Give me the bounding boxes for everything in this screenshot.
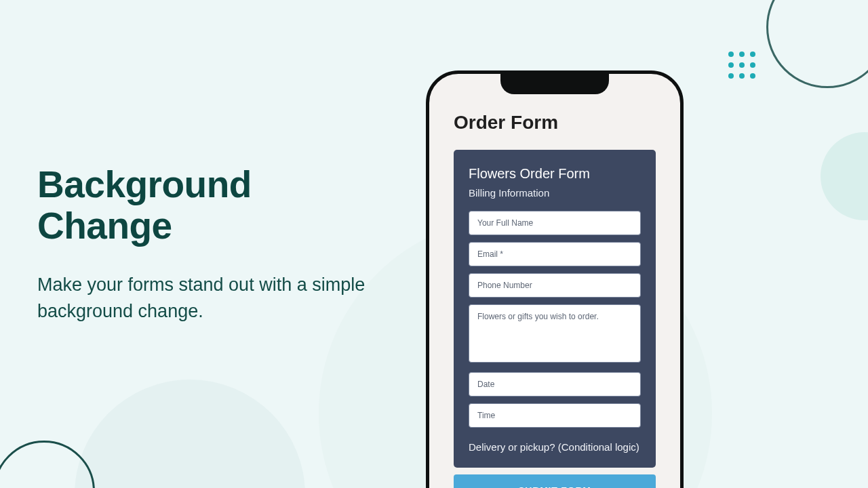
phone-mockup: Order Form Flowers Order Form Billing In… — [426, 70, 684, 488]
order-form-card: Flowers Order Form Billing Information D… — [454, 150, 656, 468]
hero-heading: Background Change — [37, 164, 390, 246]
hero-subtext: Make your forms stand out with a simple … — [37, 272, 390, 325]
decorative-dot-grid — [728, 52, 755, 79]
time-input[interactable] — [469, 403, 641, 428]
decorative-circle-mid-right — [821, 132, 868, 220]
conditional-logic-label: Delivery or pickup? (Conditional logic) — [469, 441, 641, 453]
order-details-textarea[interactable] — [469, 304, 641, 363]
full-name-input[interactable] — [469, 211, 641, 235]
hero-heading-line2: Change — [37, 205, 172, 247]
phone-screen: Order Form Flowers Order Form Billing In… — [429, 74, 680, 488]
decorative-circle-outline-top — [766, 0, 868, 88]
decorative-circle-bottom-mid — [75, 380, 305, 488]
form-title: Flowers Order Form — [469, 166, 641, 182]
hero-heading-line1: Background — [37, 163, 252, 205]
form-subtitle: Billing Information — [469, 187, 641, 199]
decorative-circle-outline-bottom — [0, 441, 95, 488]
email-input[interactable] — [469, 242, 641, 266]
page-title: Order Form — [454, 112, 656, 134]
hero-text-block: Background Change Make your forms stand … — [37, 164, 390, 325]
phone-number-input[interactable] — [469, 273, 641, 298]
date-input[interactable] — [469, 372, 641, 396]
submit-form-button[interactable]: SUBMIT FORM — [454, 474, 656, 488]
phone-notch — [500, 73, 609, 94]
